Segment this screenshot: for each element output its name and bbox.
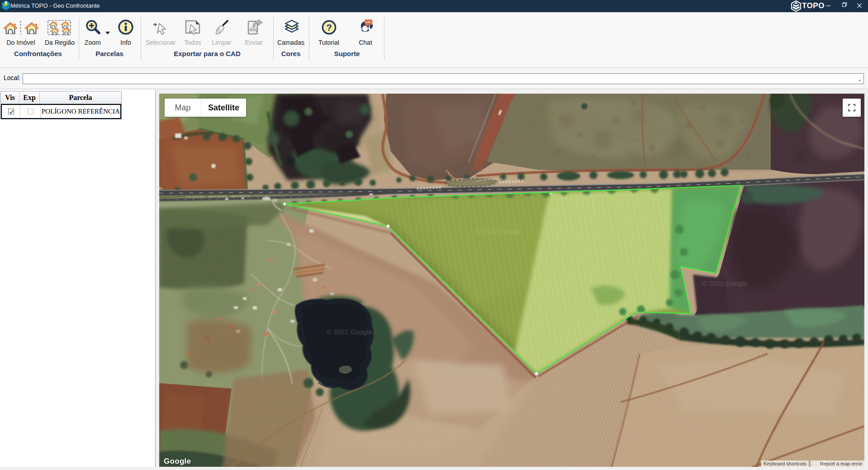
- svg-text:© 2022 Google: © 2022 Google: [476, 228, 522, 235]
- svg-text:dwg: dwg: [249, 27, 257, 32]
- svg-text:© 2022 Google: © 2022 Google: [327, 328, 372, 336]
- svg-text:?: ?: [326, 22, 332, 33]
- svg-text:© 2022 Google: © 2022 Google: [702, 280, 748, 287]
